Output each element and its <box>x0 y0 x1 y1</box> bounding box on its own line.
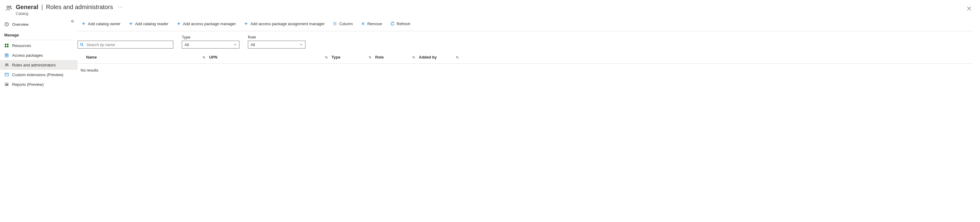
svg-point-1 <box>10 6 11 7</box>
svg-point-0 <box>7 6 9 8</box>
refresh-icon <box>390 21 395 26</box>
add-access-package-assignment-manager-button[interactable]: Add access package assignment manager <box>242 19 326 29</box>
sidebar-item-resources[interactable]: Resources <box>0 41 78 50</box>
button-label: Remove <box>367 22 382 26</box>
sidebar-item-label: Reports (Preview) <box>12 82 44 87</box>
add-catalog-owner-button[interactable]: Add catalog owner <box>80 19 123 29</box>
plus-icon <box>81 21 86 26</box>
svg-point-12 <box>5 64 7 65</box>
column-header-name[interactable]: Name <box>78 55 202 59</box>
columns-icon <box>332 21 337 26</box>
breadcrumb: Catalog <box>16 11 964 16</box>
sidebar-item-label: Access packages <box>12 53 43 57</box>
svg-rect-17 <box>6 84 6 85</box>
column-header-role[interactable]: Role <box>372 55 412 59</box>
svg-line-37 <box>83 45 83 46</box>
info-icon <box>4 22 9 27</box>
button-label: Add catalog reader <box>135 22 169 26</box>
column-label: Type <box>331 55 340 59</box>
column-button[interactable]: Column <box>331 19 355 29</box>
select-value: All <box>251 43 255 47</box>
button-label: Refresh <box>397 22 410 26</box>
x-icon <box>361 21 366 26</box>
svg-rect-5 <box>5 44 6 45</box>
button-label: Add access package assignment manager <box>250 22 325 26</box>
type-filter-label: Type <box>182 35 239 40</box>
package-icon <box>4 53 9 57</box>
sort-icon[interactable] <box>368 55 372 59</box>
table-header: Name UPN Type Role Added by <box>78 51 973 64</box>
page-header: General | Roles and administrators ··· C… <box>0 0 980 18</box>
search-icon <box>80 43 84 47</box>
chevron-down-icon <box>234 43 237 46</box>
title-separator: | <box>41 4 43 11</box>
page-title: Roles and administrators <box>46 4 113 11</box>
column-label: Added by <box>419 55 437 59</box>
sidebar-item-reports[interactable]: Reports (Preview) <box>0 80 78 89</box>
filter-bar: Type All Role All <box>78 31 973 51</box>
no-results-message: No results <box>78 64 973 72</box>
people-icon <box>4 4 13 13</box>
sidebar-divider <box>4 40 73 40</box>
role-filter-label: Role <box>248 35 305 40</box>
role-filter-select[interactable]: All <box>248 41 305 48</box>
column-header-type[interactable]: Type <box>328 55 368 59</box>
search-input[interactable] <box>86 42 171 47</box>
main-content: Add catalog owner Add catalog reader Add… <box>78 18 980 222</box>
collapse-sidebar-button[interactable] <box>68 18 76 25</box>
svg-rect-19 <box>7 84 8 85</box>
column-label: Name <box>86 55 97 59</box>
sidebar-item-access-packages[interactable]: Access packages <box>0 50 78 60</box>
plus-icon <box>243 21 248 26</box>
chevron-down-icon <box>300 43 303 46</box>
svg-point-13 <box>7 64 8 65</box>
plus-icon <box>177 21 181 26</box>
svg-rect-7 <box>5 46 6 47</box>
sidebar-section-manage: Manage <box>0 29 78 39</box>
more-actions-button[interactable]: ··· <box>116 3 124 11</box>
people-icon <box>4 62 9 67</box>
entity-name: General <box>16 4 38 11</box>
sort-icon[interactable] <box>202 55 206 59</box>
close-button[interactable] <box>964 4 974 13</box>
column-label: Role <box>375 55 383 59</box>
report-icon <box>4 82 9 87</box>
svg-rect-14 <box>5 73 8 76</box>
svg-rect-6 <box>7 44 8 45</box>
column-label: UPN <box>209 55 217 59</box>
search-input-wrapper[interactable] <box>78 41 173 48</box>
column-header-upn[interactable]: UPN <box>206 55 324 59</box>
button-label: Column <box>339 22 353 26</box>
svg-point-36 <box>81 43 83 45</box>
sidebar-item-overview[interactable]: Overview <box>0 19 78 29</box>
sidebar-item-custom-extensions[interactable]: Custom extensions (Preview) <box>0 70 78 80</box>
window-icon <box>4 72 9 77</box>
type-filter-select[interactable]: All <box>182 41 239 48</box>
button-label: Add access package manager <box>183 22 236 26</box>
svg-rect-18 <box>7 84 7 85</box>
sort-icon[interactable] <box>412 55 416 59</box>
sidebar-item-label: Custom extensions (Preview) <box>12 72 63 77</box>
column-header-added-by[interactable]: Added by <box>416 55 455 59</box>
remove-button[interactable]: Remove <box>359 19 383 29</box>
add-catalog-reader-button[interactable]: Add catalog reader <box>127 19 170 29</box>
select-value: All <box>185 43 189 47</box>
sort-icon[interactable] <box>324 55 328 59</box>
add-access-package-manager-button[interactable]: Add access package manager <box>175 19 238 29</box>
refresh-button[interactable]: Refresh <box>388 19 412 29</box>
command-bar: Add catalog owner Add catalog reader Add… <box>78 18 973 31</box>
sidebar-item-label: Roles and administrators <box>12 63 56 67</box>
sidebar-item-label: Resources <box>12 43 31 48</box>
grid-icon <box>4 43 9 48</box>
sidebar: Overview Manage Resources Access package… <box>0 18 78 222</box>
sidebar-item-label: Overview <box>12 22 29 27</box>
button-label: Add catalog owner <box>88 22 121 26</box>
svg-rect-8 <box>7 46 8 47</box>
plus-icon <box>129 21 133 26</box>
sidebar-item-roles[interactable]: Roles and administrators <box>0 60 78 70</box>
sort-icon[interactable] <box>455 55 460 59</box>
